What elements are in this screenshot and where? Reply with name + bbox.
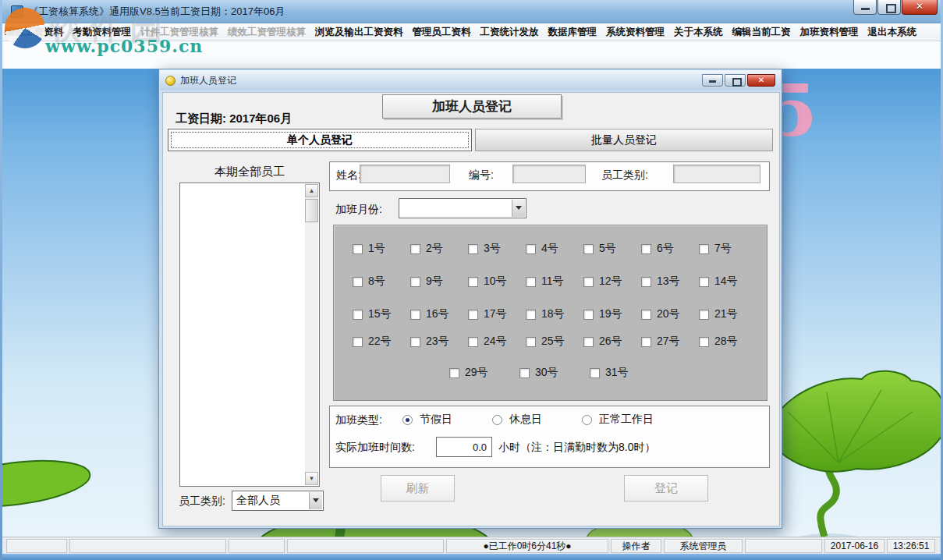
day-checkbox[interactable] [449,368,459,378]
day-checkbox[interactable] [583,310,594,320]
refresh-button[interactable]: 刷新 [381,475,455,502]
day-checkbox-cell[interactable]: 30号 [519,366,577,380]
day-checkbox[interactable] [468,310,478,320]
overtime-type-option[interactable]: 正常工作日 [582,413,654,427]
menu-item-编辑当前工资[interactable]: 编辑当前工资 [728,23,796,41]
day-checkbox[interactable] [526,337,536,347]
day-checkbox-cell[interactable]: 3号 [468,242,526,256]
day-checkbox-cell[interactable]: 22号 [353,335,410,349]
radio-button[interactable] [402,415,413,425]
name-field[interactable] [360,165,450,183]
day-checkbox-cell[interactable]: 13号 [641,275,699,289]
day-checkbox-cell[interactable]: 27号 [641,335,699,349]
menu-item-管理员工资料[interactable]: 管理员工资料 [408,23,476,41]
tab-batch-registration[interactable]: 批量人员登记 [475,129,773,151]
overtime-type-option[interactable]: 节假日 [402,413,452,427]
day-checkbox-cell[interactable]: 1号 [353,242,410,256]
day-checkbox-cell[interactable]: 20号 [641,307,699,321]
dialog-close-button[interactable] [747,74,775,87]
day-checkbox[interactable] [583,277,594,287]
day-checkbox[interactable] [699,277,709,287]
day-checkbox[interactable] [353,277,363,287]
code-field[interactable] [512,165,586,183]
day-checkbox-cell[interactable]: 6号 [641,242,699,256]
day-checkbox[interactable] [699,337,709,347]
day-checkbox-cell[interactable]: 24号 [468,335,526,349]
employee-category-select[interactable]: 全部人员 [232,491,324,511]
day-checkbox-cell[interactable]: 4号 [526,242,583,256]
overtime-month-select[interactable] [399,198,526,218]
chevron-down-icon[interactable] [512,200,525,217]
day-checkbox-cell[interactable]: 16号 [410,307,468,321]
dialog-title-bar[interactable]: 加班人员登记 [160,70,781,90]
scroll-up-icon[interactable]: ▲ [305,184,318,197]
day-checkbox[interactable] [468,244,478,254]
day-checkbox-cell[interactable]: 29号 [449,366,507,380]
day-checkbox[interactable] [641,310,651,320]
day-checkbox[interactable] [526,277,536,287]
radio-button[interactable] [582,415,592,425]
restore-button[interactable] [877,0,901,15]
dialog-restore-button[interactable] [725,74,746,87]
type-field[interactable] [673,165,760,183]
day-checkbox-cell[interactable]: 5号 [583,242,641,256]
day-checkbox[interactable] [410,244,420,254]
day-checkbox[interactable] [410,310,420,320]
register-button[interactable]: 登记 [624,475,708,502]
title-bar[interactable]: 《工资核算系统》通用版V8.5 当前工资日期：2017年06月 [0,0,943,23]
day-checkbox-cell[interactable]: 10号 [468,275,526,289]
day-checkbox-cell[interactable]: 2号 [410,242,468,256]
day-checkbox[interactable] [699,244,709,254]
day-checkbox-cell[interactable]: 14号 [699,275,757,289]
overtime-type-option[interactable]: 休息日 [492,413,542,427]
minimize-button[interactable] [853,0,877,15]
day-checkbox-cell[interactable]: 12号 [583,275,641,289]
menu-item-浏览及输出工资资料[interactable]: 浏览及输出工资资料 [310,23,408,41]
day-checkbox-cell[interactable]: 7号 [699,242,757,256]
day-checkbox-cell[interactable]: 9号 [410,275,468,289]
day-checkbox[interactable] [410,277,420,287]
menu-item-关于本系统[interactable]: 关于本系统 [669,23,728,41]
day-checkbox-cell[interactable]: 11号 [526,275,583,289]
scroll-down-icon[interactable]: ▼ [305,472,318,485]
listbox-scrollbar[interactable]: ▲ ▼ [305,184,318,485]
day-checkbox-cell[interactable]: 26号 [583,335,641,349]
dialog-header-button[interactable]: 加班人员登记 [382,94,562,119]
day-checkbox[interactable] [353,310,363,320]
chevron-down-icon[interactable] [309,492,322,509]
day-checkbox-cell[interactable]: 8号 [353,275,410,289]
day-checkbox-cell[interactable]: 17号 [468,307,526,321]
day-checkbox-cell[interactable]: 18号 [526,307,583,321]
day-checkbox-cell[interactable]: 28号 [699,335,757,349]
day-checkbox-cell[interactable]: 21号 [699,307,757,321]
day-checkbox-cell[interactable]: 19号 [583,307,641,321]
day-checkbox[interactable] [583,337,594,347]
menu-item-工资统计发放[interactable]: 工资统计发放 [476,23,544,41]
day-checkbox[interactable] [468,337,478,347]
dialog-minimize-button[interactable] [702,74,723,87]
day-checkbox[interactable] [526,244,536,254]
tab-single-registration[interactable]: 单个人员登记 [168,129,472,151]
day-checkbox[interactable] [468,277,478,287]
day-checkbox-cell[interactable]: 23号 [410,335,468,349]
day-checkbox-cell[interactable]: 15号 [353,307,410,321]
menu-item-数据库管理[interactable]: 数据库管理 [544,23,602,41]
hours-input[interactable] [436,437,492,457]
day-checkbox[interactable] [526,310,536,320]
day-checkbox[interactable] [641,244,651,254]
day-checkbox-cell[interactable]: 31号 [590,366,647,380]
day-checkbox[interactable] [590,368,600,378]
day-checkbox[interactable] [583,244,594,254]
day-checkbox[interactable] [519,368,530,378]
day-checkbox[interactable] [641,337,651,347]
employee-listbox[interactable]: ▲ ▼ [179,183,320,487]
close-button[interactable] [902,0,938,15]
menu-item-加班资料管理[interactable]: 加班资料管理 [796,23,863,41]
day-checkbox[interactable] [353,337,363,347]
day-checkbox[interactable] [353,244,363,254]
scroll-thumb[interactable] [305,199,318,222]
day-checkbox-cell[interactable]: 25号 [526,335,583,349]
day-checkbox[interactable] [641,277,651,287]
day-checkbox[interactable] [410,337,420,347]
menu-item-系统资料管理[interactable]: 系统资料管理 [601,23,669,41]
